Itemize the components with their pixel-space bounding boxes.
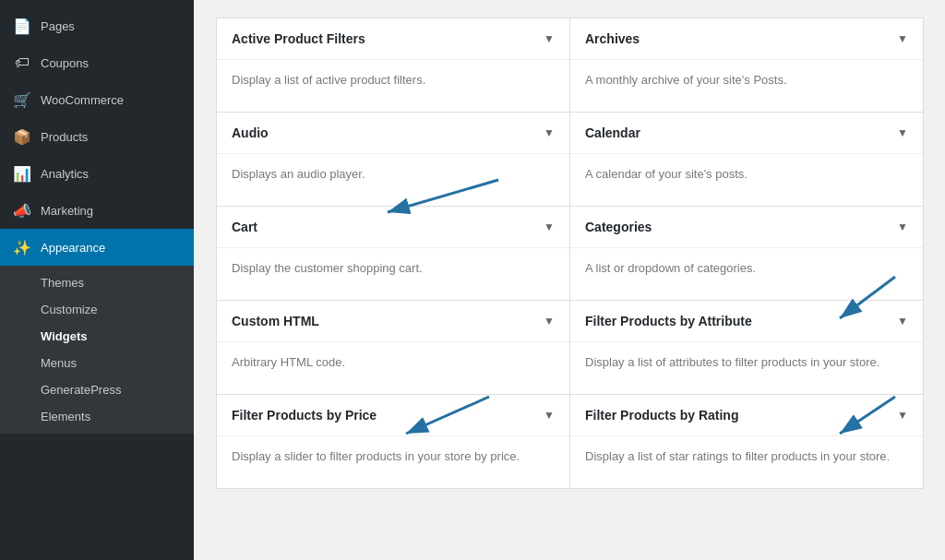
- widget-title-audio: Audio: [232, 125, 269, 140]
- widget-desc-categories: A list or dropdown of categories.: [570, 248, 923, 300]
- submenu-item-generatepress[interactable]: GeneratePress: [0, 376, 194, 403]
- widget-desc-calendar: A calendar of your site's posts.: [570, 154, 923, 206]
- widget-title-calendar: Calendar: [585, 125, 640, 140]
- widget-title-cart: Cart: [232, 220, 257, 234]
- sidebar-item-woocommerce[interactable]: 🛒 WooCommerce: [0, 81, 194, 118]
- widget-chevron-cart: ▼: [544, 220, 555, 233]
- widget-chevron-audio: ▼: [544, 126, 555, 139]
- widget-chevron-filter-by-price: ▼: [544, 409, 555, 422]
- sidebar-item-appearance[interactable]: ✨ Appearance: [0, 229, 194, 266]
- widget-header-calendar[interactable]: Calendar ▼: [570, 113, 923, 154]
- sidebar-item-label-analytics: Analytics: [41, 167, 89, 181]
- widget-card-archives: Archives ▼ A monthly archive of your sit…: [569, 18, 924, 113]
- widget-desc-cart: Display the customer shopping cart.: [217, 248, 569, 300]
- appearance-icon: ✨: [13, 238, 31, 256]
- widget-card-calendar: Calendar ▼ A calendar of your site's pos…: [569, 112, 924, 207]
- submenu-item-elements[interactable]: Elements: [0, 403, 194, 430]
- sidebar-item-label-products: Products: [41, 130, 88, 144]
- pages-icon: 📄: [13, 17, 31, 35]
- sidebar-item-pages[interactable]: 📄 Pages: [0, 7, 194, 44]
- sidebar-item-analytics[interactable]: 📊 Analytics: [0, 155, 194, 192]
- widget-header-active-product-filters[interactable]: Active Product Filters ▼: [217, 18, 569, 60]
- widget-header-filter-by-rating[interactable]: Filter Products by Rating ▼: [570, 395, 923, 436]
- widget-chevron-calendar: ▼: [897, 126, 908, 139]
- widget-chevron-filter-by-attribute: ▼: [897, 315, 908, 328]
- widget-chevron-archives: ▼: [897, 32, 908, 45]
- widget-card-filter-by-rating: Filter Products by Rating ▼ Display a li…: [569, 394, 924, 489]
- products-icon: 📦: [13, 127, 31, 146]
- submenu-item-themes[interactable]: Themes: [0, 269, 194, 296]
- widget-desc-filter-by-attribute: Display a list of attributes to filter p…: [570, 342, 923, 394]
- widget-header-archives[interactable]: Archives ▼: [570, 18, 923, 60]
- widget-desc-archives: A monthly archive of your site's Posts.: [570, 60, 923, 112]
- widget-desc-audio: Displays an audio player.: [217, 154, 569, 206]
- widget-card-active-product-filters: Active Product Filters ▼ Display a list …: [216, 18, 570, 113]
- widget-header-audio[interactable]: Audio ▼: [217, 113, 569, 154]
- marketing-icon: 📣: [13, 201, 31, 220]
- widget-header-categories[interactable]: Categories ▼: [570, 207, 923, 248]
- submenu-item-menus[interactable]: Menus: [0, 350, 194, 376]
- widget-desc-filter-by-price: Display a slider to filter products in y…: [217, 436, 569, 488]
- widget-chevron-categories: ▼: [897, 220, 908, 233]
- widget-title-custom-html: Custom HTML: [232, 314, 319, 328]
- sidebar-item-label-appearance: Appearance: [41, 241, 105, 255]
- widgets-grid: Active Product Filters ▼ Display a list …: [216, 18, 923, 489]
- sidebar-item-marketing[interactable]: 📣 Marketing: [0, 192, 194, 229]
- analytics-icon: 📊: [13, 164, 31, 183]
- sidebar: 📄 Pages 🏷 Coupons 🛒 WooCommerce 📦 Produc…: [0, 0, 194, 560]
- widget-title-filter-by-attribute: Filter Products by Attribute: [585, 314, 752, 328]
- sidebar-item-label-marketing: Marketing: [41, 204, 93, 218]
- widget-header-filter-by-attribute[interactable]: Filter Products by Attribute ▼: [570, 301, 923, 342]
- submenu-item-customize[interactable]: Customize: [0, 296, 194, 323]
- widget-header-cart[interactable]: Cart ▼: [217, 207, 569, 248]
- widget-desc-active-product-filters: Display a list of active product filters…: [217, 60, 569, 112]
- sidebar-item-label-woocommerce: WooCommerce: [41, 93, 124, 107]
- main-wrapper: Active Product Filters ▼ Display a list …: [194, 0, 945, 560]
- widget-chevron-active-product-filters: ▼: [544, 32, 555, 45]
- widget-title-filter-by-price: Filter Products by Price: [232, 408, 377, 423]
- widget-card-categories: Categories ▼ A list or dropdown of categ…: [569, 206, 924, 301]
- widget-header-custom-html[interactable]: Custom HTML ▼: [217, 301, 569, 342]
- sidebar-item-coupons[interactable]: 🏷 Coupons: [0, 44, 194, 81]
- sidebar-item-label-pages: Pages: [41, 19, 75, 33]
- widget-desc-custom-html: Arbitrary HTML code.: [217, 342, 569, 394]
- widget-header-filter-by-price[interactable]: Filter Products by Price ▼: [217, 395, 569, 436]
- widget-title-categories: Categories: [585, 220, 652, 234]
- widget-chevron-filter-by-rating: ▼: [897, 409, 908, 422]
- widget-card-filter-by-attribute: Filter Products by Attribute ▼ Display a…: [569, 300, 924, 395]
- widget-title-active-product-filters: Active Product Filters: [232, 31, 365, 46]
- coupons-icon: 🏷: [13, 54, 31, 72]
- widget-card-filter-by-price: Filter Products by Price ▼ Display a sli…: [216, 394, 570, 489]
- widget-card-cart: Cart ▼ Display the customer shopping car…: [216, 206, 570, 301]
- sidebar-item-label-coupons: Coupons: [41, 56, 89, 70]
- widget-desc-filter-by-rating: Display a list of star ratings to filter…: [570, 436, 923, 488]
- woocommerce-icon: 🛒: [13, 90, 31, 109]
- widget-title-archives: Archives: [585, 31, 640, 46]
- sidebar-submenu-appearance: ThemesCustomizeWidgetsMenusGeneratePress…: [0, 266, 194, 434]
- widget-chevron-custom-html: ▼: [544, 315, 555, 328]
- widget-card-audio: Audio ▼ Displays an audio player.: [216, 112, 570, 207]
- main-content: Active Product Filters ▼ Display a list …: [194, 0, 945, 507]
- widget-title-filter-by-rating: Filter Products by Rating: [585, 408, 738, 423]
- widget-card-custom-html: Custom HTML ▼ Arbitrary HTML code.: [216, 300, 570, 395]
- sidebar-item-products[interactable]: 📦 Products: [0, 118, 194, 155]
- submenu-item-widgets[interactable]: Widgets: [0, 323, 194, 350]
